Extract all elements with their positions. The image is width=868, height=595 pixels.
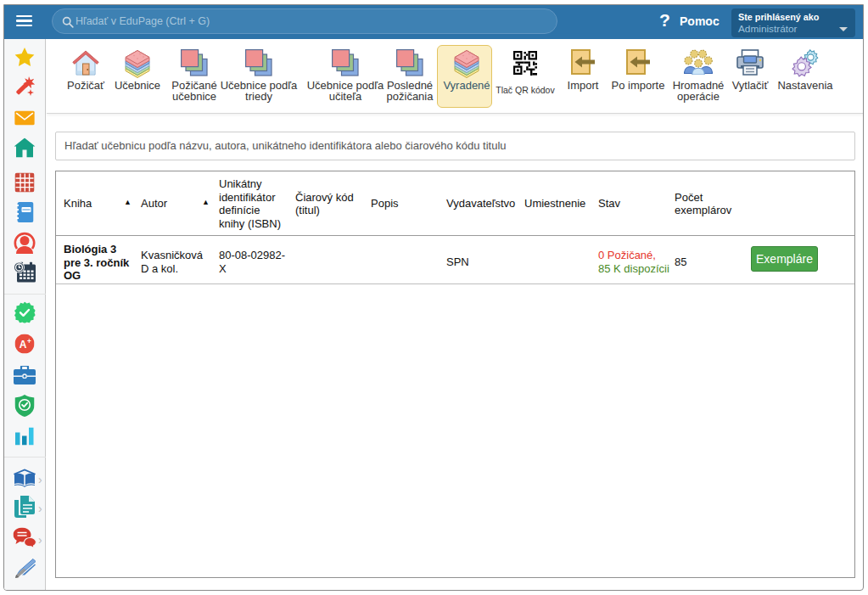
svg-text:+: + — [27, 338, 31, 345]
svg-text:A: A — [20, 339, 27, 351]
